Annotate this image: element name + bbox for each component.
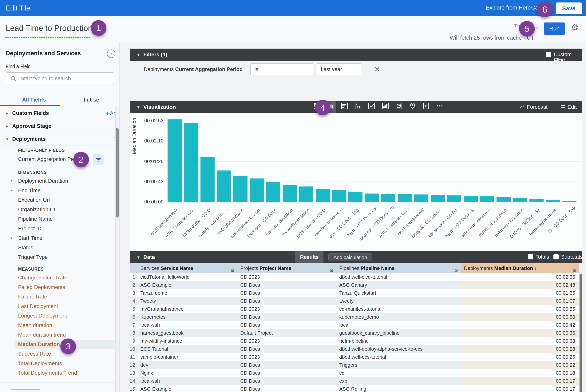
column-header-pipeline-name[interactable]: Pipelines Pipeline Name⚙	[336, 264, 461, 273]
bar-25[interactable]	[563, 201, 577, 202]
bar-23[interactable]	[530, 199, 544, 202]
explore-from-here-button[interactable]: Explore from Here	[486, 4, 531, 11]
sidebar-dimension-execution-url[interactable]: Execution Url	[0, 196, 116, 205]
cell-project[interactable]: CD Docs	[237, 297, 336, 305]
sidebar-measure-total-deployments-trend[interactable]: Total Deployments Trend	[0, 368, 116, 378]
column-gear-icon[interactable]: ⚙	[572, 266, 577, 273]
bar-22[interactable]	[513, 198, 527, 202]
column-gear-icon[interactable]: ⚙	[230, 266, 235, 273]
bar-18[interactable]	[447, 196, 461, 202]
cell-pipeline[interactable]: Triggers	[336, 361, 461, 369]
cell-pipeline[interactable]: guestbook_canary_pipeline	[336, 329, 461, 337]
cell-service[interactable]: ASG Example	[137, 385, 237, 392]
collapse-caret-icon[interactable]: ▼	[136, 255, 140, 260]
collapse-sidebar-icon[interactable]: ‹	[107, 50, 115, 58]
cell-pipeline[interactable]: cd-manifest-tutorial	[336, 305, 461, 313]
sidebar-scrollbar-thumb[interactable]	[116, 128, 119, 218]
cell-project[interactable]: CD 2023	[237, 273, 336, 281]
table-scrollbar-thumb[interactable]	[580, 274, 582, 392]
cell-service[interactable]: local-ssh	[137, 321, 237, 329]
cell-project[interactable]: CD Docs	[237, 385, 336, 392]
tab-all-fields[interactable]: All Fields	[22, 97, 46, 103]
cell-project[interactable]: CD Docs	[237, 289, 336, 297]
cell-project[interactable]: CD 2023	[237, 353, 336, 361]
cell-duration[interactable]: 00:00:17	[461, 377, 579, 385]
cell-duration[interactable]: 00:00:28	[461, 345, 579, 353]
bar-16[interactable]	[414, 194, 428, 202]
run-button[interactable]: Run	[544, 22, 565, 35]
cell-pipeline[interactable]: cd	[336, 369, 461, 377]
cell-service[interactable]: ASG Example	[137, 281, 237, 289]
collapse-caret-icon[interactable]: ▼	[136, 105, 140, 110]
sidebar-measure-change-failure-rate[interactable]: Change Failure Rate	[0, 273, 116, 283]
cell-duration[interactable]: 00:00:26	[461, 353, 579, 361]
cell-project[interactable]: CD Docs	[237, 369, 336, 377]
edit-viz-button[interactable]: Edit	[560, 104, 577, 110]
bar-15[interactable]	[398, 194, 412, 202]
column-gear-icon[interactable]: ⚙	[329, 266, 334, 273]
more-icon[interactable]	[434, 102, 445, 112]
cell-pipeline[interactable]: ASG Canary	[336, 281, 461, 289]
forecast-button[interactable]: Forecast	[520, 104, 548, 110]
sidebar-dimension-end-time[interactable]: ▸End Time	[0, 186, 116, 196]
totals-checkbox[interactable]	[528, 254, 533, 260]
column-gear-icon[interactable]: ⚙	[454, 266, 458, 273]
bar-19[interactable]	[464, 196, 478, 202]
sidebar-measure-longest-deployment[interactable]: Longest Deployment	[0, 311, 116, 321]
sidebar-measure-failed-deployments[interactable]: Failed Deployments	[0, 283, 116, 292]
column-header-service-name[interactable]: Services Service Name⚙	[137, 264, 237, 273]
bar-2[interactable]	[184, 123, 198, 202]
cell-service[interactable]: my-wildfly-instance	[137, 337, 237, 345]
cell-project[interactable]: CD Docs	[237, 281, 336, 289]
bar-chart-icon[interactable]	[339, 102, 350, 112]
bar-8[interactable]	[283, 185, 297, 202]
cell-service[interactable]: cicdTutorialHelloWorld	[137, 273, 237, 281]
filter-icon[interactable]	[93, 154, 104, 165]
sidebar-dimension-deployment-duration[interactable]: ▸Deployment Duration	[0, 176, 116, 186]
area-chart-icon[interactable]	[380, 102, 391, 112]
cell-service[interactable]: sample-container	[137, 353, 237, 361]
cell-duration[interactable]: 00:00:55	[461, 305, 579, 313]
bar-11[interactable]	[332, 190, 346, 202]
filters-header-label[interactable]: Filters (1)	[143, 52, 167, 58]
cell-pipeline[interactable]: exp	[336, 377, 461, 385]
bar-6[interactable]	[250, 178, 264, 202]
sidebar-group-approval-stage[interactable]: ▸Approval Stage	[0, 120, 116, 133]
filter-operator-select[interactable]: is	[250, 64, 313, 75]
bar-5[interactable]	[233, 176, 247, 202]
bar-14[interactable]	[381, 194, 395, 202]
cell-project[interactable]: CD Docs	[237, 361, 336, 369]
sidebar-dimension-start-time[interactable]: ▸Start Time	[0, 234, 116, 243]
bar-7[interactable]	[266, 182, 280, 202]
sidebar-measure-mean-duration-trend[interactable]: Mean duration trend	[0, 330, 116, 340]
cell-duration[interactable]: 00:01:35	[461, 289, 579, 297]
cell-pipeline[interactable]: ASG Rolling	[336, 385, 461, 392]
sidebar-group-custom-fields[interactable]: ▸Custom Fields+ Add	[0, 107, 116, 120]
sidebar-measure-last-deployment[interactable]: Last Deployment	[0, 302, 116, 311]
cell-service[interactable]: myGrafanaInstance	[137, 305, 237, 313]
cell-pipeline[interactable]: dbothwell-cicd-tutorial	[336, 273, 461, 281]
sidebar-field-current-aggregation-period[interactable]: Current Aggregation Period	[0, 154, 116, 165]
map-pin-icon[interactable]	[407, 102, 418, 112]
tile-title[interactable]: Lead Time to Production	[6, 24, 92, 33]
cell-service[interactable]: dev	[137, 361, 237, 369]
cell-project[interactable]: CD Docs	[237, 377, 336, 385]
cell-service[interactable]: ECS Tutorial	[137, 345, 237, 353]
cell-pipeline[interactable]: helm-pipeline	[336, 337, 461, 345]
bar-17[interactable]	[431, 195, 445, 202]
bar-20[interactable]	[480, 196, 494, 202]
cell-pipeline[interactable]: kubernetes_demo	[336, 313, 461, 321]
cell-duration[interactable]: 00:00:50	[461, 313, 579, 321]
cell-duration[interactable]: 00:00:33	[461, 337, 579, 345]
line-chart-icon[interactable]	[366, 102, 377, 112]
sidebar-measure-success-rate[interactable]: Success Rate	[0, 349, 116, 359]
visualization-header-label[interactable]: Visualization	[143, 104, 176, 110]
caret-icon[interactable]: ▸	[11, 236, 12, 240]
cell-project[interactable]: CD 2023	[237, 337, 336, 345]
bar-3[interactable]	[200, 157, 215, 202]
sidebar-measure-failure-rate[interactable]: Failure Rate	[0, 292, 116, 302]
cell-service[interactable]: Tanzu demo	[137, 289, 237, 297]
field-search-input[interactable]: Start typing to search	[6, 72, 114, 84]
cell-service[interactable]: local-ssh	[137, 377, 237, 385]
column-header-median-duration[interactable]: Deployments Median Duration ↓⚙	[461, 264, 579, 273]
